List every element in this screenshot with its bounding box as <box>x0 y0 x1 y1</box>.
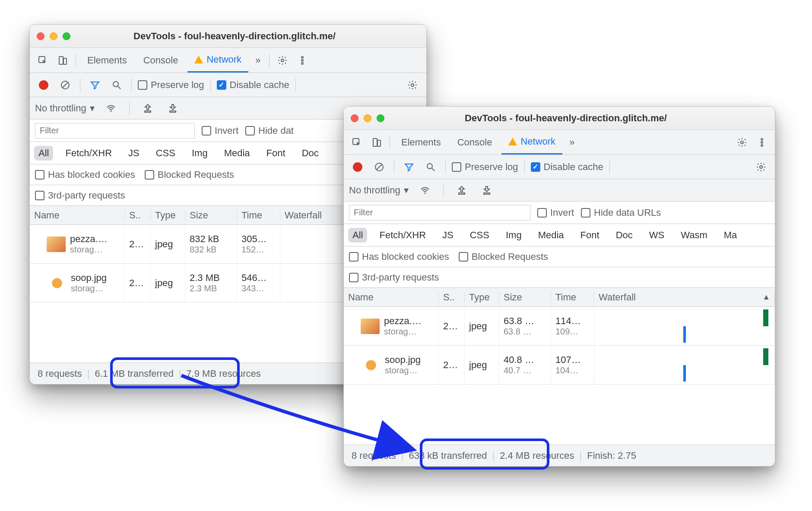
tab-console[interactable]: Console <box>450 130 499 155</box>
devtools-tabbar: Elements Console Network » <box>30 48 426 73</box>
type-ws[interactable]: WS <box>645 228 669 243</box>
clear-icon[interactable] <box>57 76 74 94</box>
device-icon[interactable] <box>368 134 385 151</box>
requests-table: Name S.. Type Size Time Waterfall ▲ pezz… <box>344 288 775 445</box>
col-size[interactable]: Size <box>499 292 551 303</box>
tab-console[interactable]: Console <box>136 48 185 73</box>
table-header: Name S.. Type Size Time Waterfall ▲ <box>344 288 775 307</box>
device-icon[interactable] <box>54 52 71 69</box>
type-img[interactable]: Img <box>501 228 526 243</box>
status-requests: 8 requests <box>36 368 84 379</box>
filter-input[interactable] <box>35 123 195 139</box>
type-doc[interactable]: Doc <box>612 228 637 243</box>
hide-data-urls-checkbox[interactable]: Hide dat <box>245 125 294 136</box>
type-all[interactable]: All <box>348 228 367 243</box>
settings-icon[interactable] <box>733 134 751 151</box>
close-icon[interactable] <box>351 114 358 122</box>
type-fetch[interactable]: Fetch/XHR <box>61 146 116 161</box>
minimize-icon[interactable] <box>364 114 371 122</box>
type-media[interactable]: Media <box>220 146 254 161</box>
kebab-icon[interactable] <box>294 52 311 69</box>
col-waterfall[interactable]: Waterfall ▲ <box>594 292 775 303</box>
settings-icon[interactable] <box>274 52 291 69</box>
table-row[interactable]: soop.jpg storag… 2… jpeg 40.8 …40.7 … 10… <box>344 346 775 385</box>
close-icon[interactable] <box>37 32 44 40</box>
record-button[interactable] <box>349 158 366 176</box>
col-size[interactable]: Size <box>185 210 237 221</box>
throttling-select[interactable]: No throttling ▾ <box>349 185 409 196</box>
blocked-cookies-checkbox[interactable]: Has blocked cookies <box>35 169 135 180</box>
tab-label: Console <box>143 55 178 66</box>
download-icon[interactable] <box>478 182 495 199</box>
type-media[interactable]: Media <box>534 228 568 243</box>
invert-checkbox[interactable]: Invert <box>202 125 238 136</box>
more-tabs-icon[interactable]: » <box>565 137 579 148</box>
type-font[interactable]: Font <box>262 146 290 161</box>
search-icon[interactable] <box>422 158 439 176</box>
more-tabs-icon[interactable]: » <box>251 55 265 66</box>
third-party-checkbox[interactable]: 3rd-party requests <box>349 272 439 283</box>
col-status[interactable]: S.. <box>125 210 151 221</box>
search-icon[interactable] <box>108 76 125 94</box>
disable-cache-checkbox[interactable]: Disable cache <box>531 161 603 173</box>
type-manifest[interactable]: Ma <box>720 228 742 243</box>
preserve-log-checkbox[interactable]: Preserve log <box>452 161 518 173</box>
network-settings-icon[interactable] <box>752 158 770 176</box>
filter-icon[interactable] <box>86 76 104 94</box>
tab-network[interactable]: Network <box>501 130 562 155</box>
type-fetch[interactable]: Fetch/XHR <box>375 228 430 243</box>
network-toolbar: Preserve log Disable cache <box>344 155 775 179</box>
disable-cache-checkbox[interactable]: Disable cache <box>217 79 289 91</box>
network-conditions-icon[interactable] <box>102 100 120 117</box>
filter-input[interactable] <box>349 205 530 221</box>
svg-point-3 <box>281 59 284 62</box>
traffic-lights <box>351 114 384 122</box>
col-type[interactable]: Type <box>151 210 185 221</box>
col-status[interactable]: S.. <box>439 292 465 303</box>
col-name[interactable]: Name <box>30 210 125 221</box>
blocked-requests-checkbox[interactable]: Blocked Requests <box>145 169 234 180</box>
invert-checkbox[interactable]: Invert <box>537 207 574 218</box>
devtools-tabbar: Elements Console Network » <box>344 130 775 155</box>
network-conditions-icon[interactable] <box>416 182 434 199</box>
clear-icon[interactable] <box>371 158 388 176</box>
zoom-icon[interactable] <box>63 32 70 40</box>
network-settings-icon[interactable] <box>404 76 421 94</box>
inspect-icon[interactable] <box>348 134 365 151</box>
tab-elements[interactable]: Elements <box>80 48 134 73</box>
type-js[interactable]: JS <box>438 228 458 243</box>
preserve-log-checkbox[interactable]: Preserve log <box>138 79 204 91</box>
third-party-checkbox[interactable]: 3rd-party requests <box>35 190 125 201</box>
col-time[interactable]: Time <box>551 292 594 303</box>
upload-icon[interactable] <box>453 182 470 199</box>
tab-network[interactable]: Network <box>187 48 248 73</box>
minimize-icon[interactable] <box>50 32 57 40</box>
type-all[interactable]: All <box>34 146 53 161</box>
type-font[interactable]: Font <box>576 228 604 243</box>
blocked-cookies-checkbox[interactable]: Has blocked cookies <box>349 251 449 262</box>
type-wasm[interactable]: Wasm <box>676 228 712 243</box>
download-icon[interactable] <box>164 100 181 117</box>
upload-icon[interactable] <box>139 100 156 117</box>
zoom-icon[interactable] <box>377 114 384 122</box>
type-css[interactable]: CSS <box>466 228 494 243</box>
type-filters: All Fetch/XHR JS CSS Img Media Font Doc … <box>344 224 775 246</box>
record-button[interactable] <box>35 76 52 94</box>
col-time[interactable]: Time <box>237 210 280 221</box>
col-name[interactable]: Name <box>344 292 439 303</box>
table-row[interactable]: pezza.… storag… 2… jpeg 63.8 …63.8 … 114… <box>344 307 775 346</box>
filter-icon[interactable] <box>400 158 418 176</box>
inspect-icon[interactable] <box>34 52 51 69</box>
extra-filters-2: 3rd-party requests <box>344 267 775 288</box>
type-doc[interactable]: Doc <box>298 146 323 161</box>
divider <box>80 78 80 92</box>
tab-elements[interactable]: Elements <box>394 130 448 155</box>
kebab-icon[interactable] <box>753 134 771 151</box>
type-js[interactable]: JS <box>124 146 144 161</box>
type-img[interactable]: Img <box>187 146 212 161</box>
throttling-select[interactable]: No throttling ▾ <box>35 103 95 114</box>
col-type[interactable]: Type <box>465 292 499 303</box>
type-css[interactable]: CSS <box>152 146 180 161</box>
blocked-requests-checkbox[interactable]: Blocked Requests <box>459 251 548 262</box>
hide-data-urls-checkbox[interactable]: Hide data URLs <box>581 207 661 218</box>
